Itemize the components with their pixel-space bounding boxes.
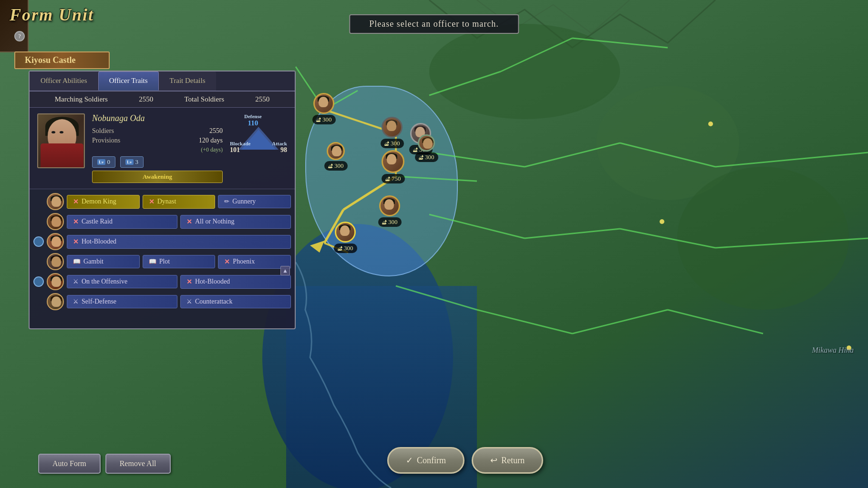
level-value-2: 3 [135,158,139,166]
trait-on-the-offensive[interactable]: ⚔ On the Offensive [67,275,177,288]
trait-counterattack[interactable]: ⚔ Counterattack [180,295,291,308]
map-portrait-1[interactable] [313,93,334,114]
mini-face-4 [52,256,61,267]
total-value: 2550 [255,95,269,103]
map-portrait-7[interactable] [379,195,400,216]
lv-icon-1: Lv [97,159,105,165]
tab-officer-traits[interactable]: Officer Traits [98,71,159,91]
svg-point-3 [429,24,620,119]
trait-portrait-6[interactable] [47,293,64,310]
trait-portrait-2[interactable] [47,213,64,230]
marching-label: Marching Soldiers [55,95,108,103]
map-node-8[interactable]: 🏕 300 [334,222,357,253]
trait-all-or-nothing[interactable]: ✕ All or Nothing [180,215,291,229]
trait-plot[interactable]: 📖 Plot [143,255,216,268]
officer-stats: Nobunaga Oda Soldiers 2550 Provisions 12… [92,113,223,183]
trait-hot-blooded-2[interactable]: ✕ Hot-Blooded [180,275,291,289]
map-portrait-8[interactable] [335,222,356,243]
trait-portrait-4[interactable] [47,253,64,270]
mini-face-2 [52,216,61,227]
traits-list: ✕ Demon King ✕ Dynast ✏ Gunnery ✕ Castle… [30,189,295,317]
trait-gunnery[interactable]: ✏ Gunnery [218,195,291,208]
trait-name-3: Gunnery [232,198,256,205]
attack-label-text: Attack [272,141,287,146]
portrait-eye2 [60,131,63,133]
trait-demon-king[interactable]: ✕ Demon King [67,195,140,209]
map-portrait-5[interactable] [382,150,404,173]
provisions-extra: (+0 days) [201,146,223,153]
blockade-label-text: Blockade [230,141,250,146]
trait-dynast[interactable]: ✕ Dynast [143,195,216,209]
trait-portrait-5[interactable] [47,273,64,290]
stat-soldiers: Soldiers 2550 [92,127,223,135]
map-node-1[interactable]: 🏕 300 [312,93,336,124]
trait-indicator-5 [33,276,44,287]
portrait-body [41,143,83,167]
map-label-7: 🏕 300 [378,217,402,227]
blockade-value: 101 [230,146,250,154]
defense-label: Defense 110 [244,113,262,127]
trait-hot-blooded-1[interactable]: ✕ Hot-Blooded [67,235,291,249]
help-button[interactable]: ? [14,31,25,41]
map-label-4: 🏕 300 [415,152,438,162]
map-node-2[interactable]: 🏕 300 [381,117,404,148]
remove-all-button[interactable]: Remove All [105,454,171,474]
officer-card: Nobunaga Oda Soldiers 2550 Provisions 12… [30,108,295,189]
mini-face-3 [52,236,61,247]
trait-castle-raid[interactable]: ✕ Castle Raid [67,215,177,229]
return-label: Return [501,456,525,466]
map-node-7[interactable]: 🏕 300 [378,195,402,227]
defense-label-text: Defense [244,113,262,119]
map-node-6[interactable]: 🏕 300 [324,142,348,171]
trait-portrait-3[interactable] [47,233,64,250]
return-icon: ↩ [490,455,497,466]
trait-row-4: 📖 Gambit 📖 Plot ✕ Phoenix [33,253,291,270]
tab-trait-details[interactable]: Trait Details [159,71,217,91]
soldiers-label: Soldiers [92,127,114,135]
confirm-label: Confirm [417,456,446,466]
map-label-6: 🏕 300 [324,161,348,171]
trait-row-1: ✕ Demon King ✕ Dynast ✏ Gunnery [33,193,291,210]
trait-name-5: All or Nothing [195,218,234,225]
lv-icon-2: Lv [125,159,134,165]
attack-value: 98 [272,146,287,154]
level-value-1: 0 [107,158,111,166]
trait-portrait-1[interactable] [47,193,64,210]
map-node-4[interactable]: 🏕 300 [415,134,438,162]
portrait-eye1 [52,131,55,133]
stat-provisions-extra: (+0 days) [92,146,223,153]
trait-self-defense[interactable]: ⚔ Self-Defense [67,295,177,308]
trait-icon-5: ⚔ [73,298,79,305]
auto-form-button[interactable]: Auto Form [38,454,101,474]
trait-row-3: ✕ Hot-Blooded [33,233,291,250]
map-node-5[interactable]: 🏕 750 [382,150,405,183]
map-portrait-4[interactable] [418,134,435,152]
scroll-up-button[interactable]: ▲ [280,266,290,275]
tab-officer-abilities[interactable]: Officer Abilities [30,71,98,91]
marching-value: 2550 [139,95,153,103]
region-label: Mikawa Hina [812,346,854,355]
trait-x-2: ✕ [149,198,155,206]
trait-x-3: ✕ [73,218,79,226]
trait-icon-3: 📖 [149,258,156,265]
trait-row-5: ⚔ On the Offensive ✕ Hot-Blooded [33,273,291,290]
combat-triangle: Defense 110 Blockade 101 Attack 98 [230,113,287,156]
soldier-info-bar: Marching Soldiers 2550 Total Soldiers 25… [30,92,295,108]
confirm-button[interactable]: ✓ Confirm [387,447,465,474]
blockade-label: Blockade 101 [230,141,250,154]
trait-x-5: ✕ [73,238,79,246]
awakening-badge: Awakening [92,171,223,183]
trait-name-4: Castle Raid [82,218,113,225]
map-label-1: 🏕 300 [312,115,336,124]
trait-name-7: Gambit [83,258,103,265]
return-button[interactable]: ↩ Return [472,447,543,474]
map-portrait-6[interactable] [327,142,345,160]
level-badge-2: Lv 3 [120,156,144,168]
map-portrait-2[interactable] [382,117,403,138]
trait-name-6: Hot-Blooded [82,238,116,245]
trait-name-11: Hot-Blooded [195,278,230,285]
trait-gambit[interactable]: 📖 Gambit [67,255,140,268]
main-panel: Officer Abilities Officer Traits Trait D… [29,71,296,329]
officer-name: Nobunaga Oda [92,113,223,123]
svg-point-5 [677,167,849,310]
